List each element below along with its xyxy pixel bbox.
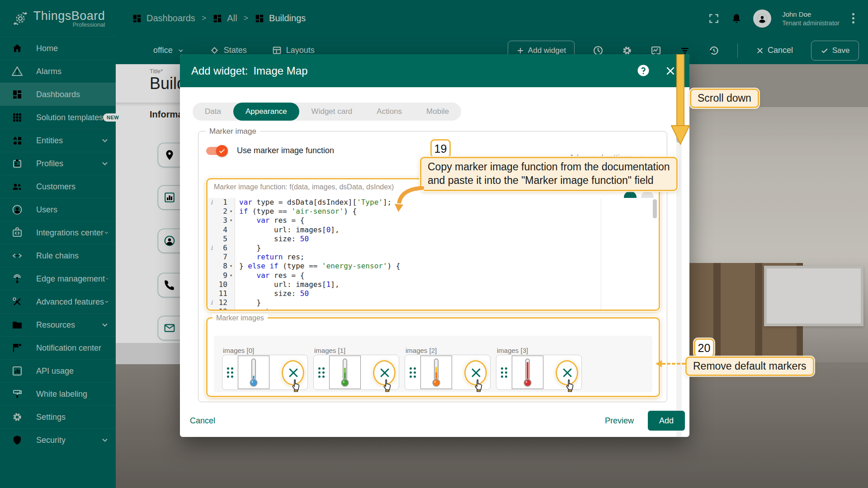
code-text: } else if (type == 'energy-sensor') { [235,262,400,271]
marker-image-card-2 [405,355,491,390]
check-icon [218,147,226,155]
marker-image-label: images [2] [406,347,437,354]
line-number: 12 [216,298,227,307]
code-editor-content[interactable]: i1var type = dsData[dsIndex]['Type'];2▾i… [208,198,659,310]
code-line-3: 3▾ var res = { [208,216,659,225]
thermometer-image [519,357,537,387]
marker-image-label: images [3] [497,347,528,354]
line-number: 5 [216,235,227,244]
marker-image-card-0 [222,355,308,390]
tab-data[interactable]: Data [193,103,233,121]
fold-caret-icon [227,289,235,298]
code-line-5: 5 size: 50 [208,235,659,244]
dialog-title: Add widget: Image Map [191,65,307,77]
marker-image-function-editor[interactable]: Marker image function: f(data, images, d… [206,178,660,311]
drag-handle-icon[interactable] [222,367,238,378]
gutter-info-icon [208,307,216,310]
tab-actions[interactable]: Actions [364,103,414,121]
line-number: 10 [216,280,227,289]
line-number: 2 [216,207,227,216]
click-cursor-icon [564,379,576,392]
fold-caret-icon [227,307,235,310]
code-line-13: 13 return res; [208,307,659,310]
preview-button[interactable]: Preview [605,416,634,426]
gutter-info-icon [208,280,216,289]
thermometer-image [245,357,263,387]
gutter-info-icon [208,216,216,225]
code-line-10: 10 url: images[1], [208,280,659,289]
dialog-title-prefix: Add widget: [191,65,248,77]
drag-handle-icon[interactable] [405,367,420,378]
help-icon[interactable] [637,64,650,77]
fold-caret-icon[interactable]: ▾ [227,207,235,216]
step-20-badge: 20 [694,338,714,357]
code-line-4: 4 url: images[0], [208,225,659,235]
tab-appearance[interactable]: Appearance [233,103,299,121]
thermometer-image [427,357,445,387]
screen: Title* Buildings Information Dashboards … [0,0,868,488]
marker-image-card-1 [313,355,399,390]
step-19-line2: and paste it into the "Marker image func… [428,174,670,188]
use-marker-image-function-toggle[interactable] [206,147,227,155]
scroll-down-callout: Scroll down [690,89,759,108]
fold-caret-icon[interactable]: ▾ [227,271,235,280]
marker-image-preview [329,356,361,389]
scroll-down-arrow [671,54,690,145]
code-text: return res; [235,307,305,310]
code-text: } [235,298,261,307]
click-cursor-icon [473,379,485,392]
marker-images-section: Marker images images [0]images [1]images… [206,317,660,397]
code-line-8: 8▾} else if (type == 'energy-sensor') { [208,262,659,271]
dialog-tabs: DataAppearanceWidget cardActionsMobile [193,103,461,121]
line-number: 4 [216,225,227,235]
line-number: 7 [216,253,227,262]
code-text: } [235,244,261,253]
step-19-callout: Copy marker image function from the docu… [420,157,678,191]
marker-image-card-3 [496,355,582,390]
add-button[interactable]: Add [648,411,685,431]
code-line-12: i12 } [208,298,659,307]
code-text: var res = { [235,271,305,280]
fold-caret-icon[interactable]: ▾ [227,216,235,225]
gutter-info-icon: i [208,298,216,307]
dialog-title-widget: Image Map [253,65,307,77]
line-number: 11 [216,289,227,298]
marker-image-preview [238,356,269,389]
marker-images-panel: images [0]images [1]images [2]images [3] [214,336,652,392]
add-widget-dialog: Add widget: Image Map DataAppearanceWidg… [180,54,689,437]
fold-caret-icon [227,198,235,207]
editor-scrollbar-thumb[interactable] [653,199,657,218]
function-signature-label: Marker image function: f(data, images, d… [214,183,394,191]
line-number: 13 [216,307,227,310]
drag-handle-icon[interactable] [314,367,329,378]
dialog-cancel-button[interactable]: Cancel [190,416,215,426]
fold-caret-icon [227,235,235,244]
marker-image-preview [420,356,452,389]
gutter-info-icon [208,207,216,216]
gutter-info-icon [208,235,216,244]
code-text: size: 50 [235,289,309,298]
line-number: 8 [216,262,227,271]
code-line-2: 2▾if (type == 'air-sensor') { [208,207,659,216]
gutter-info-icon [208,271,216,280]
step-19-badge: 19 [430,139,451,158]
code-line-7: 7 return res; [208,253,659,262]
fold-caret-icon[interactable]: ▾ [227,262,235,271]
code-text: var type = dsData[dsIndex]['Type']; [235,198,392,207]
gutter-info-icon [208,262,216,271]
code-text: var res = { [235,216,305,225]
tab-mobile[interactable]: Mobile [414,103,461,121]
dialog-footer: Cancel Preview Add [180,407,689,437]
code-line-1: i1var type = dsData[dsIndex]['Type']; [208,198,659,207]
drag-handle-icon[interactable] [496,367,512,378]
fold-caret-icon [227,225,235,235]
gutter-info-icon [208,253,216,262]
code-line-9: 9▾ var res = { [208,271,659,280]
step-20-callout: Remove default markers [685,357,814,376]
marker-image-label: images [1] [314,347,345,354]
tab-widget-card[interactable]: Widget card [299,103,365,121]
marker-function-toggle-row: Use marker image function [206,146,334,155]
fold-caret-icon [227,244,235,253]
marker-images-legend: Marker images [212,314,268,322]
step-20-connector [662,363,685,365]
